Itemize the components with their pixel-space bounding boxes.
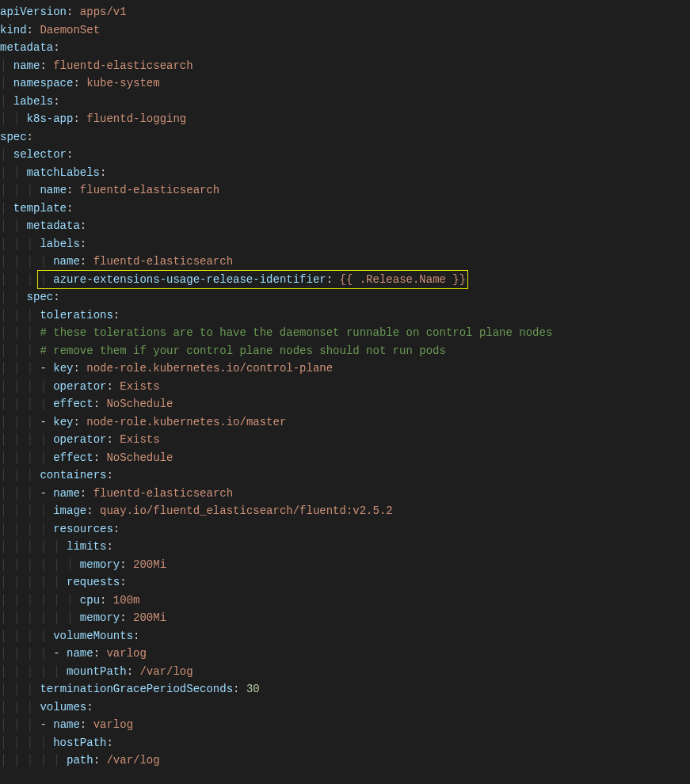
yaml-key: labels bbox=[13, 95, 53, 108]
yaml-value: NoSchedule bbox=[106, 398, 173, 410]
yaml-value: {{ .Release.Name }} bbox=[340, 273, 467, 286]
yaml-value: varlog bbox=[93, 718, 133, 731]
yaml-key: kind bbox=[0, 24, 27, 36]
yaml-key: template bbox=[13, 202, 67, 215]
yaml-key: key bbox=[53, 416, 73, 428]
yaml-value: Exists bbox=[120, 433, 159, 446]
yaml-key: k8s-app bbox=[27, 112, 74, 125]
yaml-value: 30 bbox=[246, 683, 260, 695]
yaml-key: name bbox=[53, 487, 80, 500]
yaml-key: name bbox=[13, 59, 40, 72]
yaml-key: volumeMounts bbox=[53, 630, 133, 642]
yaml-value: /var/log bbox=[139, 665, 193, 678]
yaml-key: apiVersion bbox=[0, 6, 67, 18]
yaml-key: containers bbox=[40, 469, 106, 481]
yaml-value: fluentd-elasticsearch bbox=[80, 184, 219, 196]
yaml-key: effect bbox=[53, 398, 93, 410]
yaml-key: metadata bbox=[0, 41, 53, 54]
yaml-key: name bbox=[40, 184, 67, 196]
yaml-key: mountPath bbox=[67, 665, 127, 678]
yaml-key: limits bbox=[67, 540, 106, 553]
yaml-key: operator bbox=[53, 433, 106, 446]
yaml-key: namespace bbox=[13, 77, 74, 89]
yaml-key: hostPath bbox=[53, 736, 106, 749]
yaml-key: resources bbox=[53, 523, 113, 535]
yaml-key: requests bbox=[67, 576, 120, 588]
yaml-key: name bbox=[53, 255, 80, 268]
yaml-key: name bbox=[53, 718, 80, 731]
yaml-value: node-role.kubernetes.io/master bbox=[86, 416, 286, 428]
yaml-value: 200Mi bbox=[133, 611, 166, 624]
yaml-value: 200Mi bbox=[133, 558, 166, 571]
yaml-key: azure-extensions-usage-release-identifie… bbox=[53, 273, 326, 286]
yaml-value: Exists bbox=[120, 380, 159, 393]
yaml-comment: # remove them if your control plane node… bbox=[40, 344, 445, 357]
yaml-key: path bbox=[67, 754, 93, 767]
yaml-key: name bbox=[67, 647, 93, 660]
yaml-value: 100m bbox=[113, 594, 140, 607]
yaml-value: fluentd-elasticsearch bbox=[93, 487, 233, 500]
yaml-key: effect bbox=[53, 451, 93, 464]
yaml-value: apps/v1 bbox=[80, 6, 127, 18]
yaml-key: image bbox=[53, 504, 86, 517]
yaml-key: selector bbox=[13, 148, 67, 161]
yaml-value: /var/log bbox=[106, 754, 159, 767]
yaml-value: varlog bbox=[106, 647, 146, 660]
yaml-value: node-role.kubernetes.io/control-plane bbox=[86, 362, 333, 375]
yaml-value: NoSchedule bbox=[106, 451, 173, 464]
yaml-comment: # these tolerations are to have the daem… bbox=[40, 326, 552, 339]
yaml-key: spec bbox=[27, 291, 54, 303]
yaml-value: quay.io/fluentd_elasticsearch/fluentd:v2… bbox=[100, 504, 393, 517]
yaml-key: volumes bbox=[40, 701, 86, 714]
yaml-key: memory bbox=[80, 611, 120, 624]
yaml-key: memory bbox=[80, 558, 120, 571]
yaml-key: key bbox=[53, 362, 73, 375]
yaml-key: tolerations bbox=[40, 309, 112, 322]
yaml-key: cpu bbox=[80, 594, 100, 607]
yaml-key: terminationGracePeriodSeconds bbox=[40, 683, 233, 695]
yaml-key: labels bbox=[40, 238, 79, 250]
yaml-value: fluentd-logging bbox=[86, 112, 186, 125]
yaml-key: matchLabels bbox=[27, 166, 100, 179]
yaml-value: DaemonSet bbox=[40, 24, 100, 36]
yaml-code-block[interactable]: apiVersion: apps/v1 kind: DaemonSet meta… bbox=[0, 0, 690, 770]
yaml-key: spec bbox=[0, 131, 27, 143]
yaml-key: operator bbox=[53, 380, 106, 393]
yaml-value: kube-system bbox=[86, 77, 159, 89]
highlighted-line: │ azure-extensions-usage-release-identif… bbox=[38, 271, 467, 289]
yaml-value: fluentd-elasticsearch bbox=[53, 59, 193, 72]
yaml-value: fluentd-elasticsearch bbox=[93, 255, 233, 268]
yaml-key: metadata bbox=[27, 219, 80, 232]
